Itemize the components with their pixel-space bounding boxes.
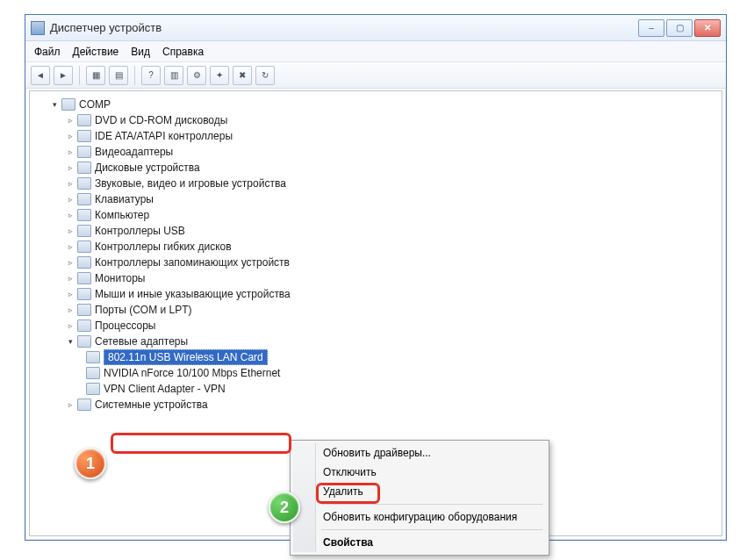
tree-category[interactable]: ▹Контроллеры запоминающих устройств: [33, 255, 718, 270]
tree-item-vpn-adapter[interactable]: VPN Client Adapter - VPN: [33, 381, 718, 397]
toolbar-update-button[interactable]: ⚙: [187, 66, 206, 85]
network-card-icon: [86, 351, 100, 363]
context-menu-update-drivers[interactable]: Обновить драйверы...: [293, 443, 546, 463]
maximize-button[interactable]: ▢: [666, 19, 693, 37]
context-menu-disable[interactable]: Отключить: [293, 463, 546, 482]
device-category-icon: [77, 114, 91, 126]
tree-item-label: VPN Client Adapter - VPN: [104, 383, 226, 395]
toolbar-properties-button[interactable]: ▦: [86, 66, 105, 85]
tree-category-label: Мыши и иные указывающие устройства: [95, 288, 291, 300]
tree-category[interactable]: ▹Мониторы: [33, 270, 718, 286]
tree-category[interactable]: ▹Клавиатуры: [33, 191, 718, 207]
collapse-arrow-icon[interactable]: ▹: [65, 162, 75, 173]
tree-item-label: NVIDIA nForce 10/100 Mbps Ethernet: [104, 367, 280, 379]
context-menu-separator: [321, 529, 542, 530]
computer-icon: [61, 98, 75, 111]
collapse-arrow-icon[interactable]: ▹: [65, 194, 75, 205]
minimize-button[interactable]: –: [638, 19, 664, 37]
toolbar-help-button[interactable]: ?: [141, 66, 161, 85]
menu-bar: Файл Действие Вид Справка: [25, 41, 726, 62]
device-category-icon: [77, 177, 91, 190]
network-adapter-icon: [77, 335, 91, 348]
tree-category-label: Контроллеры запоминающих устройств: [95, 256, 290, 269]
collapse-arrow-icon[interactable]: ▹: [65, 241, 75, 252]
menu-view[interactable]: Вид: [131, 46, 150, 58]
tree-root-label: COMP: [79, 98, 111, 111]
tree-category-label: Порты (COM и LPT): [95, 304, 192, 316]
tree-category-system-devices[interactable]: ▹ Системные устройства: [33, 397, 718, 413]
collapse-arrow-icon[interactable]: ▹: [65, 257, 75, 268]
app-icon: [31, 21, 45, 35]
collapse-arrow-icon[interactable]: ▹: [65, 210, 75, 220]
annotation-badge-1: 1: [75, 448, 106, 479]
toolbar-refresh-button[interactable]: ↻: [255, 66, 275, 85]
network-card-icon: [86, 383, 100, 395]
close-button[interactable]: ✕: [694, 19, 721, 37]
menu-help[interactable]: Справка: [162, 46, 204, 58]
window-title: Диспетчер устройств: [50, 21, 638, 34]
tree-item-label: 802.11n USB Wireless LAN Card: [104, 349, 268, 365]
tree-root[interactable]: ▾ COMP: [33, 97, 718, 112]
collapse-arrow-icon[interactable]: ▹: [65, 320, 75, 331]
tree-category[interactable]: ▹Контроллеры USB: [33, 223, 718, 239]
collapse-arrow-icon[interactable]: ▹: [65, 131, 75, 141]
tree-category-label: Дисковые устройства: [95, 162, 200, 174]
collapse-arrow-icon[interactable]: ▹: [65, 273, 75, 284]
context-menu-properties[interactable]: Свойства: [293, 533, 546, 552]
toolbar: ◄ ► ▦ ▤ ? ▥ ⚙ ✦ ✖ ↻: [25, 62, 726, 89]
menu-file[interactable]: Файл: [34, 46, 61, 58]
context-menu: Обновить драйверы... Отключить Удалить О…: [290, 440, 549, 556]
collapse-arrow-icon[interactable]: ▹: [65, 226, 75, 236]
tree-category[interactable]: ▹Дисковые устройства: [33, 160, 718, 176]
system-device-icon: [77, 398, 91, 411]
menu-action[interactable]: Действие: [73, 46, 119, 58]
context-menu-delete[interactable]: Удалить: [293, 482, 546, 501]
device-category-icon: [77, 130, 91, 142]
tree-item-wireless-card[interactable]: 802.11n USB Wireless LAN Card: [33, 349, 718, 365]
collapse-arrow-icon[interactable]: ▹: [65, 115, 75, 126]
annotation-badge-2: 2: [269, 492, 300, 523]
collapse-arrow-icon[interactable]: ▹: [65, 147, 75, 157]
device-category-icon: [77, 225, 91, 237]
tree-category[interactable]: ▹Процессоры: [33, 318, 718, 334]
tree-category[interactable]: ▹Видеоадаптеры: [33, 144, 718, 160]
device-category-icon: [77, 146, 91, 158]
tree-category-label: Клавиатуры: [95, 193, 154, 205]
tree-category-label: Контроллеры USB: [95, 225, 185, 237]
tree-category[interactable]: ▹IDE ATA/ATAPI контроллеры: [33, 128, 718, 144]
collapse-arrow-icon[interactable]: ▹: [65, 305, 75, 315]
toolbar-devices-button[interactable]: ▤: [109, 66, 128, 85]
title-bar: Диспетчер устройств – ▢ ✕: [25, 15, 726, 41]
collapse-arrow-icon[interactable]: ▹: [65, 399, 75, 410]
tree-category-label: Системные устройства: [95, 398, 208, 411]
collapse-arrow-icon[interactable]: ▹: [65, 178, 75, 189]
toolbar-forward-button[interactable]: ►: [54, 66, 73, 85]
tree-category-label: Звуковые, видео и игровые устройства: [95, 177, 286, 190]
tree-category[interactable]: ▹Контроллеры гибких дисков: [33, 239, 718, 255]
toolbar-back-button[interactable]: ◄: [31, 66, 50, 85]
device-category-icon: [77, 319, 91, 332]
collapse-arrow-icon[interactable]: ▹: [65, 289, 75, 299]
tree-category-label: Контроллеры гибких дисков: [95, 241, 232, 253]
toolbar-view-button[interactable]: ▥: [164, 66, 183, 85]
device-category-icon: [77, 241, 91, 253]
tree-category-label: Видеоадаптеры: [95, 146, 173, 158]
window-controls: – ▢ ✕: [638, 19, 721, 37]
tree-category[interactable]: ▹DVD и CD-ROM дисководы: [33, 112, 718, 128]
toolbar-scan-button[interactable]: ✦: [210, 66, 229, 85]
tree-category[interactable]: ▹Звуковые, видео и игровые устройства: [33, 176, 718, 191]
tree-category[interactable]: ▹Компьютер: [33, 207, 718, 223]
toolbar-uninstall-button[interactable]: ✖: [233, 66, 252, 85]
tree-category-network[interactable]: ▾ Сетевые адаптеры: [33, 334, 718, 349]
tree-category[interactable]: ▹Порты (COM и LPT): [33, 302, 718, 318]
device-category-icon: [77, 209, 91, 221]
tree-category-label: Компьютер: [95, 209, 149, 221]
expand-arrow-icon[interactable]: ▾: [65, 336, 75, 347]
expand-arrow-icon[interactable]: ▾: [49, 99, 60, 110]
context-menu-rescan-hardware[interactable]: Обновить конфигурацию оборудования: [293, 507, 546, 527]
tree-category[interactable]: ▹Мыши и иные указывающие устройства: [33, 286, 718, 302]
tree-category-label: Сетевые адаптеры: [95, 335, 188, 348]
tree-category-label: Процессоры: [95, 319, 156, 332]
tree-item-nvidia-ethernet[interactable]: NVIDIA nForce 10/100 Mbps Ethernet: [33, 365, 718, 381]
device-category-icon: [77, 256, 91, 269]
